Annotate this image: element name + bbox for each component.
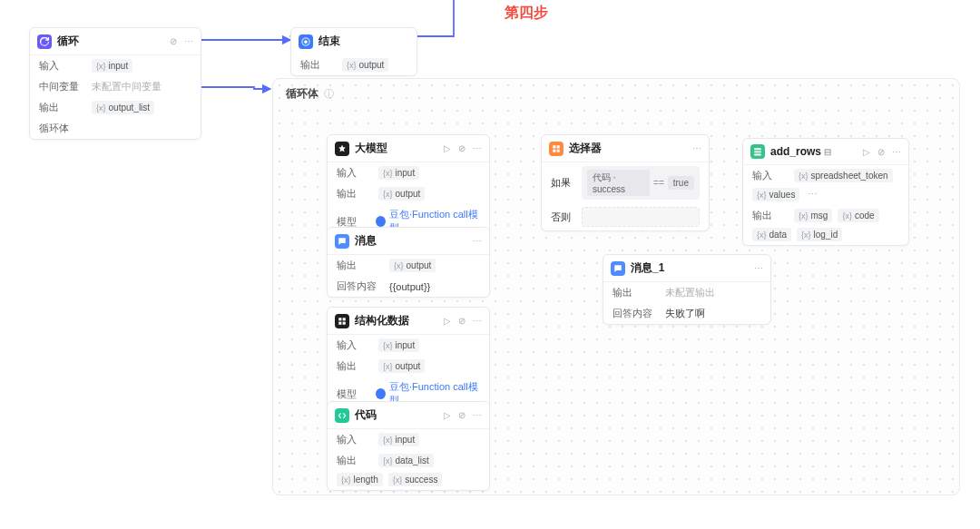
- play-icon[interactable]: ▷: [863, 147, 870, 157]
- msg-output-var: {x}output: [389, 259, 436, 272]
- expand-icon[interactable]: ⊟: [824, 147, 831, 157]
- loop-input-var: {x}input: [92, 59, 132, 73]
- llm-input-var: {x}input: [378, 166, 419, 180]
- overflow-dots[interactable]: ⋯: [805, 189, 820, 201]
- message-title: 消息: [355, 233, 467, 249]
- warn-icon[interactable]: ⊘: [458, 143, 466, 153]
- message-1-title: 消息_1: [631, 260, 749, 276]
- code-out-1: {x}data_list: [378, 454, 434, 467]
- loop-midvar-label: 中间变量: [39, 80, 86, 93]
- info-icon[interactable]: ⓘ: [324, 87, 334, 101]
- code-icon: [335, 408, 349, 423]
- more-icon[interactable]: ⋯: [184, 36, 193, 46]
- addrows-node[interactable]: add_rows ⊟ ▷⊘⋯ 输入 {x}spreadsheet_token {…: [742, 138, 909, 246]
- selector-else-label: 否则: [551, 211, 576, 224]
- struct-model-label: 模型: [337, 387, 370, 401]
- selector-title: 选择器: [569, 141, 687, 156]
- play-icon[interactable]: ▷: [444, 410, 451, 420]
- warn-icon[interactable]: ⊘: [458, 316, 466, 326]
- selector-condition[interactable]: 代码 · success == true: [582, 166, 700, 200]
- struct-output-var: {x}output: [378, 359, 425, 373]
- svg-rect-9: [338, 321, 341, 324]
- addrows-out-2: {x}code: [838, 209, 878, 222]
- message-node[interactable]: 消息 ⋯ 输出{x}output 回答内容{{output}}: [327, 227, 490, 298]
- end-output-var: {x}output: [342, 58, 388, 72]
- struct-icon: [335, 314, 349, 328]
- llm-output-label: 输出: [337, 187, 373, 201]
- msg-output-label: 输出: [337, 259, 384, 272]
- loop-output-label: 输出: [39, 101, 86, 114]
- selector-else-box[interactable]: [582, 207, 700, 227]
- code-node[interactable]: 代码 ▷⊘⋯ 输入{x}input 输出 {x}data_list {x}len…: [327, 401, 490, 491]
- loop-icon: [37, 34, 52, 49]
- loop-input-label: 输入: [39, 59, 86, 73]
- msgb-output-label: 输出: [612, 286, 660, 299]
- more-icon[interactable]: ⋯: [473, 410, 482, 420]
- addrows-input-label: 输入: [752, 169, 789, 182]
- end-node[interactable]: 结束 输出{x}output: [290, 27, 417, 76]
- llm-icon: [335, 142, 349, 156]
- warn-icon[interactable]: ⊘: [458, 410, 466, 420]
- struct-output-label: 输出: [337, 359, 373, 373]
- llm-title: 大模型: [355, 141, 438, 156]
- play-icon[interactable]: ▷: [444, 143, 451, 153]
- code-title: 代码: [355, 407, 438, 423]
- msgb-answer-value: 失败了啊: [665, 307, 705, 320]
- more-icon[interactable]: ⋯: [473, 143, 482, 153]
- selector-if-label: 如果: [551, 176, 576, 190]
- end-icon: [299, 34, 313, 49]
- msg-answer-label: 回答内容: [337, 279, 384, 293]
- more-icon[interactable]: ⋯: [473, 236, 482, 246]
- loop-body-title: 循环体ⓘ: [286, 86, 334, 102]
- selector-icon: [549, 142, 564, 156]
- code-input-var: {x}input: [378, 433, 419, 446]
- more-icon[interactable]: ⋯: [473, 316, 482, 326]
- addrows-in-2: {x}values: [752, 188, 799, 201]
- svg-rect-10: [343, 321, 346, 324]
- code-out-2: {x}length: [337, 473, 383, 486]
- message-icon: [611, 261, 625, 276]
- addrows-out-4: {x}log_id: [797, 228, 842, 241]
- message-icon: [335, 234, 349, 249]
- message-1-node[interactable]: 消息_1 ⋯ 输出未配置输出 回答内容失败了啊: [603, 254, 771, 325]
- loop-title: 循环: [57, 34, 164, 49]
- end-output-label: 输出: [300, 58, 337, 72]
- addrows-out-1: {x}msg: [794, 209, 832, 222]
- msg-answer-value: {{output}}: [389, 281, 430, 292]
- selector-node[interactable]: 选择器 ⋯ 如果 代码 · success == true 否则: [541, 134, 710, 231]
- code-input-label: 输入: [337, 433, 373, 446]
- struct-input-label: 输入: [337, 338, 373, 352]
- loop-midvar-placeholder: 未配置中间变量: [92, 80, 162, 93]
- addrows-out-3: {x}data: [752, 228, 791, 241]
- more-icon[interactable]: ⋯: [892, 147, 901, 157]
- warn-icon[interactable]: ⊘: [170, 36, 177, 46]
- msgb-answer-label: 回答内容: [612, 307, 660, 320]
- more-icon[interactable]: ⋯: [754, 263, 763, 273]
- msgb-output-placeholder: 未配置输出: [665, 286, 715, 299]
- end-title: 结束: [318, 34, 409, 49]
- addrows-icon: [750, 144, 765, 159]
- struct-title: 结构化数据: [355, 313, 438, 328]
- step-label: 第四步: [505, 4, 548, 23]
- loop-output-var: {x}output_list: [92, 101, 154, 114]
- warn-icon[interactable]: ⊘: [877, 147, 885, 157]
- svg-rect-8: [343, 318, 346, 320]
- struct-input-var: {x}input: [378, 338, 419, 352]
- llm-output-var: {x}output: [378, 187, 425, 201]
- llm-input-label: 输入: [337, 166, 373, 180]
- llm-node[interactable]: 大模型 ▷⊘⋯ 输入{x}input 输出{x}output 模型豆包·Func…: [327, 134, 490, 240]
- code-output-label: 输出: [337, 454, 373, 467]
- play-icon[interactable]: ▷: [444, 316, 451, 326]
- loop-body-label: 循环体: [39, 122, 86, 135]
- svg-rect-7: [338, 318, 341, 320]
- addrows-title: add_rows ⊟: [770, 145, 858, 158]
- svg-point-5: [304, 40, 308, 44]
- addrows-output-label: 输出: [752, 209, 789, 222]
- code-out-3: {x}success: [388, 473, 443, 486]
- struct-node[interactable]: 结构化数据 ▷⊘⋯ 输入{x}input 输出{x}output 模型豆包·Fu…: [327, 307, 490, 412]
- loop-node[interactable]: 循环 ⊘ ⋯ 输入{x}input 中间变量未配置中间变量 输出{x}outpu…: [29, 27, 201, 140]
- more-icon[interactable]: ⋯: [692, 143, 701, 153]
- addrows-in-1: {x}spreadsheet_token: [794, 169, 893, 182]
